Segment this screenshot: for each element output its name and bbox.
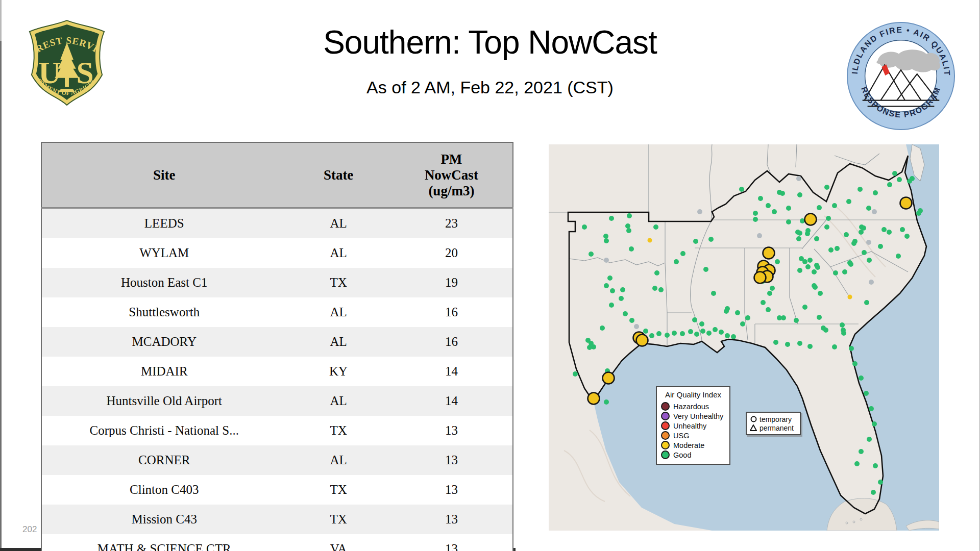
good-site-dot (775, 259, 780, 264)
nowcast-table: Site State PM NowCast (ug/m3) LEEDSAL23W… (41, 142, 513, 551)
legend-item: Very Unhealthy (661, 411, 725, 421)
good-site-dot (887, 182, 892, 187)
no-data-site-dot (604, 258, 609, 263)
good-site-dot (772, 209, 777, 214)
legend-item: USG (661, 431, 725, 440)
good-site-dot (735, 310, 740, 315)
good-site-dot (719, 330, 724, 335)
good-site-dot (609, 303, 614, 308)
legend-swatch-icon (661, 431, 670, 440)
southeast-us-map (549, 144, 939, 531)
good-site-dot (700, 329, 705, 334)
good-site-dot (866, 206, 871, 211)
good-site-dot (620, 287, 625, 292)
good-site-dot (835, 246, 840, 251)
good-site-dot (739, 187, 744, 192)
good-site-dot (832, 203, 837, 208)
table-row: Clinton C403TX13 (41, 475, 513, 505)
good-site-dot (802, 305, 807, 310)
legend-label: Hazardous (673, 403, 709, 411)
good-site-dot (824, 185, 829, 190)
good-site-dot (797, 268, 802, 273)
value-cell: 16 (390, 297, 513, 327)
good-site-dot (603, 234, 608, 239)
good-site-dot (573, 371, 578, 377)
good-site-dot (587, 345, 592, 350)
site-cell: Huntsville Old Airport (41, 386, 286, 416)
good-site-dot (871, 490, 876, 495)
no-data-site-dot (634, 324, 639, 329)
value-cell: 23 (390, 208, 513, 239)
good-site-dot (625, 223, 630, 229)
site-cell: MCADORY (41, 327, 286, 357)
table-row: MIDAIRKY14 (41, 357, 513, 386)
good-site-dot (878, 480, 883, 485)
good-site-dot (703, 267, 708, 272)
good-site-dot (854, 461, 860, 466)
site-cell: Corpus Christi - National S... (41, 416, 286, 445)
good-site-dot (770, 286, 775, 291)
good-site-dot (753, 217, 758, 222)
good-site-dot (813, 285, 818, 290)
table-row: Mission C43TX13 (41, 505, 513, 534)
value-cell: 14 (390, 386, 513, 416)
table-row: WYLAMAL20 (41, 238, 513, 268)
good-site-dot (724, 309, 729, 314)
good-site-dot (797, 192, 802, 197)
good-site-dot (796, 236, 801, 241)
good-site-dot (900, 227, 905, 232)
good-site-dot (873, 463, 878, 468)
good-site-dot (849, 346, 854, 351)
good-site-dot (649, 333, 654, 338)
good-site-dot (653, 224, 658, 230)
good-site-dot (708, 237, 714, 242)
good-site-dot (904, 234, 910, 239)
good-site-dot (731, 334, 736, 339)
no-data-site-dot (866, 240, 871, 245)
site-cell: LEEDS (41, 208, 286, 239)
good-site-dot (844, 232, 849, 237)
aqi-legend-title: Air Quality Index (661, 390, 725, 399)
good-site-dot (607, 276, 612, 281)
value-cell: 20 (390, 238, 513, 268)
site-cell: MIDAIR (41, 357, 286, 386)
site-cell: MATH & SCIENCE CTR (41, 534, 286, 551)
state-cell: AL (286, 238, 390, 268)
aqi-legend: Air Quality Index HazardousVery Unhealth… (656, 386, 730, 465)
good-site-dot (767, 291, 772, 296)
good-site-dot (897, 177, 902, 182)
good-site-dot (907, 179, 912, 184)
legend-label: Moderate (673, 441, 704, 449)
temporary-row: temporary (750, 415, 797, 423)
monitor-type-legend: temporary permanent (746, 412, 801, 435)
good-site-dot (852, 361, 857, 366)
good-site-dot (658, 287, 664, 292)
good-site-dot (693, 239, 698, 244)
good-site-dot (867, 437, 872, 442)
table-row: LEEDSAL23 (41, 208, 513, 239)
column-header-state: State (286, 142, 390, 208)
good-site-dot (842, 269, 847, 274)
legend-label: USG (673, 432, 689, 440)
site-cell: Clinton C403 (41, 475, 286, 505)
good-site-dot (582, 224, 587, 230)
good-site-dot (626, 228, 631, 233)
legend-swatch-icon (661, 421, 670, 430)
value-cell: 13 (390, 475, 513, 505)
no-data-site-dot (869, 280, 874, 285)
site-cell: WYLAM (41, 238, 286, 268)
good-site-dot (627, 213, 632, 218)
clipped-timestamp: 202 (22, 524, 37, 535)
good-site-dot (740, 321, 745, 327)
aqi-map: Air Quality Index HazardousVery Unhealth… (549, 144, 939, 531)
good-site-dot (725, 333, 730, 338)
good-site-dot (589, 252, 594, 257)
good-site-dot (797, 231, 802, 236)
good-site-dot (797, 341, 802, 346)
page-subtitle: As of 2 AM, Feb 22, 2021 (CST) (0, 78, 980, 97)
good-site-dot (623, 311, 628, 316)
table-row: MATH & SCIENCE CTRVA13 (41, 534, 513, 551)
legend-item: Unhealthy (661, 421, 725, 431)
good-site-dot (604, 238, 609, 243)
moderate-site-marker (900, 197, 912, 209)
